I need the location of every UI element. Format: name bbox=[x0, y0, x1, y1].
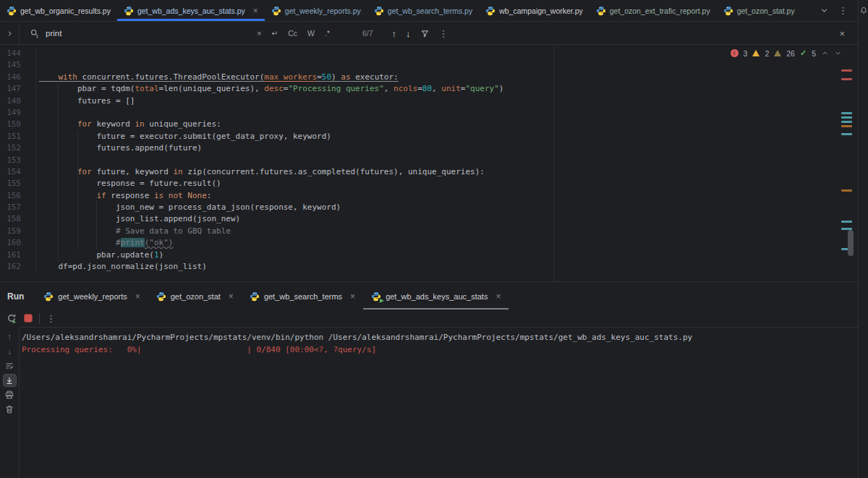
search-results-count: 6/7 bbox=[362, 29, 373, 38]
scrollbar-mark[interactable] bbox=[841, 112, 852, 114]
tab-close-icon[interactable]: × bbox=[135, 292, 140, 301]
line-number[interactable]: 147 bbox=[0, 83, 36, 95]
line-number[interactable]: 158 bbox=[0, 213, 36, 225]
code-text[interactable]: for future, keyword in zip(concurrent.fu… bbox=[36, 166, 485, 178]
line-number[interactable]: 148 bbox=[0, 95, 36, 107]
chevron-down-icon[interactable] bbox=[820, 6, 829, 15]
line-number[interactable]: 150 bbox=[0, 119, 36, 130]
scrollbar-mark[interactable] bbox=[841, 69, 852, 72]
code-text[interactable]: with concurrent.futures.ThreadPoolExecut… bbox=[36, 72, 399, 83]
line-number[interactable]: 155 bbox=[0, 178, 36, 189]
line-number[interactable]: 153 bbox=[0, 155, 36, 166]
code-text[interactable]: futures = [] bbox=[36, 95, 135, 107]
line-number[interactable]: 144 bbox=[0, 48, 36, 59]
line-number[interactable]: 151 bbox=[0, 131, 36, 142]
editor-scrollbar-thumb[interactable] bbox=[848, 230, 854, 256]
tab-close-icon[interactable]: × bbox=[495, 292, 501, 301]
code-text[interactable]: response = future.result() bbox=[36, 178, 221, 189]
line-number[interactable]: 146 bbox=[0, 72, 36, 83]
scrollbar-mark[interactable] bbox=[841, 121, 852, 123]
scrollbar-mark[interactable] bbox=[841, 125, 852, 127]
soft-wrap-icon[interactable] bbox=[3, 359, 17, 372]
code-text[interactable]: json_new = process_data_json(response, k… bbox=[36, 202, 341, 213]
editor-tab[interactable]: get_wb_organic_results.py bbox=[0, 0, 117, 21]
scrollbar-mark[interactable] bbox=[841, 189, 852, 192]
weak-warning-count: 26 bbox=[786, 49, 795, 58]
previous-problem-icon[interactable] bbox=[821, 49, 829, 57]
code-text[interactable]: # Save data to GBQ table bbox=[36, 226, 231, 237]
code-text[interactable] bbox=[36, 59, 39, 71]
editor-tab[interactable]: get_ozon_ext_trafic_report.py bbox=[590, 0, 717, 21]
kebab-menu-icon[interactable]: ⋮ bbox=[838, 6, 848, 15]
line-number[interactable]: 162 bbox=[0, 261, 36, 273]
inspections-widget[interactable]: ! 3 2 26 ✓ 5 bbox=[731, 48, 842, 58]
rerun-icon[interactable] bbox=[6, 312, 17, 324]
next-problem-icon[interactable] bbox=[834, 49, 842, 57]
code-text[interactable] bbox=[36, 155, 39, 166]
scrollbar-mark[interactable] bbox=[841, 133, 852, 135]
next-match-icon[interactable]: ↓ bbox=[406, 29, 411, 38]
code-text[interactable]: if response is not None: bbox=[36, 190, 211, 202]
code-text[interactable]: for keyword in unique_queries: bbox=[36, 119, 221, 130]
run-options-kebab-icon[interactable]: ⋮ bbox=[46, 314, 56, 323]
clear-console-trash-icon[interactable] bbox=[3, 403, 17, 416]
tab-close-icon[interactable]: × bbox=[253, 7, 258, 15]
up-stacktrace-icon[interactable]: ↑ bbox=[3, 330, 17, 343]
line-number[interactable]: 154 bbox=[0, 166, 36, 178]
search-field[interactable]: × ↵ Cc W .* bbox=[20, 28, 332, 38]
run-tab[interactable]: get_wb_ads_keys_auc_stats× bbox=[363, 283, 509, 310]
code-text[interactable]: df=pd.json_normalize(json_list) bbox=[36, 261, 207, 273]
search-options-kebab-icon[interactable]: ⋮ bbox=[439, 29, 448, 38]
previous-match-icon[interactable]: ↑ bbox=[392, 29, 397, 38]
editor-tab-label: get_weekly_reports.py bbox=[285, 7, 361, 15]
scrollbar-mark[interactable] bbox=[841, 78, 852, 80]
newline-icon[interactable]: ↵ bbox=[269, 29, 280, 38]
tab-close-icon[interactable]: × bbox=[350, 292, 355, 301]
code-text[interactable] bbox=[36, 48, 39, 59]
line-number[interactable]: 160 bbox=[0, 237, 36, 249]
words-toggle[interactable]: W bbox=[305, 29, 317, 38]
down-stacktrace-icon[interactable]: ↓ bbox=[3, 345, 17, 358]
line-number[interactable]: 149 bbox=[0, 107, 36, 119]
match-case-toggle[interactable]: Cc bbox=[286, 29, 299, 38]
line-number[interactable]: 161 bbox=[0, 249, 36, 261]
run-tab[interactable]: get_wb_search_terms× bbox=[242, 283, 363, 310]
code-line: 150 for keyword in unique_queries: bbox=[0, 119, 858, 130]
code-text[interactable]: pbar = tqdm(total=len(unique_queries), d… bbox=[36, 83, 503, 95]
tab-close-icon[interactable]: × bbox=[229, 292, 234, 301]
search-icon bbox=[30, 28, 40, 38]
editor-tab[interactable]: wb_campaign_worker.py bbox=[479, 0, 590, 21]
line-number[interactable]: 156 bbox=[0, 190, 36, 202]
editor-tab[interactable]: get_weekly_reports.py bbox=[265, 0, 367, 21]
run-tab[interactable]: get_weekly_reports× bbox=[35, 283, 148, 310]
code-text[interactable]: pbar.update(1) bbox=[36, 249, 163, 261]
editor-tab-label: get_wb_ads_keys_auc_stats.py bbox=[137, 7, 245, 15]
run-tab[interactable]: get_ozon_stat× bbox=[148, 283, 242, 310]
console-toolbar: ↑ ↓ bbox=[0, 327, 20, 478]
line-number[interactable]: 159 bbox=[0, 226, 36, 237]
stop-icon[interactable] bbox=[24, 314, 33, 323]
search-expand-chevron-icon[interactable] bbox=[0, 30, 19, 38]
editor-tab[interactable]: get_ozon_stat.py bbox=[717, 0, 801, 21]
code-text[interactable]: futures.append(future) bbox=[36, 142, 202, 154]
notifications-bell-icon[interactable] bbox=[859, 6, 868, 15]
scroll-to-end-icon[interactable] bbox=[3, 374, 17, 387]
editor-tab[interactable]: get_wb_ads_keys_auc_stats.py× bbox=[117, 0, 265, 21]
code-text[interactable]: #print("ok") bbox=[36, 237, 173, 249]
filter-icon[interactable] bbox=[420, 29, 430, 38]
regex-toggle[interactable]: .* bbox=[323, 29, 332, 38]
code-text[interactable] bbox=[36, 107, 39, 119]
line-number[interactable]: 157 bbox=[0, 202, 36, 213]
clear-search-icon[interactable]: × bbox=[255, 29, 263, 38]
line-number[interactable]: 152 bbox=[0, 142, 36, 154]
code-text[interactable]: json_list.append(json_new) bbox=[36, 213, 240, 225]
scrollbar-mark[interactable] bbox=[841, 221, 852, 223]
print-icon[interactable] bbox=[3, 388, 17, 401]
code-text[interactable]: future = executor.submit(get_data_proxy,… bbox=[36, 131, 331, 142]
editor-tab[interactable]: get_wb_search_terms.py bbox=[367, 0, 479, 21]
scrollbar-mark[interactable] bbox=[841, 116, 852, 119]
search-input[interactable] bbox=[46, 29, 249, 38]
line-number[interactable]: 145 bbox=[0, 59, 36, 71]
close-search-icon[interactable]: × bbox=[839, 28, 845, 39]
code-editor: 144145146 with concurrent.futures.Thread… bbox=[0, 46, 858, 282]
